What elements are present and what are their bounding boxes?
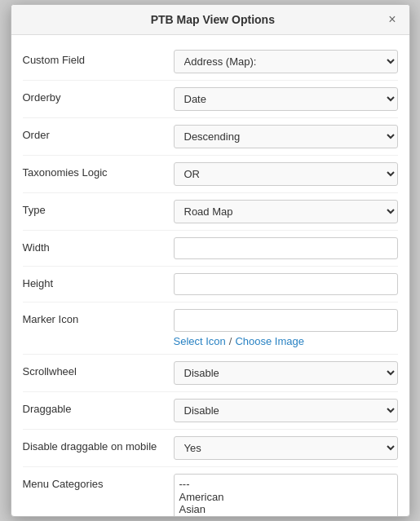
scrollwheel-row: Scrollwheel Disable Enable: [23, 355, 398, 392]
marker-icon-label: Marker Icon: [23, 309, 174, 325]
menu-categories-label: Menu Categories: [23, 474, 174, 490]
marker-icon-control: Select Icon / Choose Image: [174, 309, 398, 347]
custom-field-select[interactable]: Address (Map):: [174, 50, 398, 73]
custom-field-label: Custom Field: [23, 50, 174, 66]
order-select[interactable]: Descending Ascending: [174, 125, 398, 148]
draggable-control: Disable Enable: [174, 399, 398, 422]
orderby-select[interactable]: Date Title ID: [174, 87, 398, 111]
type-control: Road Map Satellite Hybrid Terrain: [174, 200, 398, 223]
orderby-label: Orderby: [23, 87, 174, 104]
scrollwheel-control: Disable Enable: [174, 361, 398, 385]
height-control: 350px: [174, 273, 398, 295]
draggable-row: Draggable Disable Enable: [23, 392, 398, 430]
draggable-select[interactable]: Disable Enable: [174, 399, 398, 422]
menu-categories-row: Menu Categories --- American Asian Frenc…: [23, 467, 398, 516]
marker-icon-row: Marker Icon Select Icon / Choose Image: [23, 302, 398, 355]
marker-icon-input[interactable]: [174, 309, 398, 332]
taxonomies-logic-row: Taxonomies Logic OR AND: [23, 156, 398, 193]
height-label: Height: [23, 273, 174, 289]
disable-draggable-mobile-row: Disable draggable on mobile Yes No: [23, 430, 398, 467]
type-select[interactable]: Road Map Satellite Hybrid Terrain: [174, 200, 398, 223]
height-row: Height 350px: [23, 267, 398, 302]
choose-image-link[interactable]: Choose Image: [235, 335, 304, 347]
dialog-container: PTB Map View Options × Custom Field Addr…: [11, 4, 410, 517]
custom-field-row: Custom Field Address (Map):: [23, 43, 398, 81]
disable-draggable-mobile-select[interactable]: Yes No: [174, 436, 398, 460]
dialog-header: PTB Map View Options ×: [11, 5, 409, 35]
disable-draggable-mobile-label: Disable draggable on mobile: [23, 436, 174, 453]
width-input[interactable]: 100%: [174, 237, 398, 259]
width-row: Width 100%: [23, 231, 398, 267]
select-icon-link[interactable]: Select Icon: [174, 335, 226, 347]
icon-link-separator: /: [229, 335, 232, 347]
order-label: Order: [23, 125, 174, 141]
taxonomies-logic-control: OR AND: [174, 162, 398, 186]
custom-field-control: Address (Map):: [174, 50, 398, 73]
menu-categories-control: --- American Asian French: [174, 474, 398, 516]
orderby-row: Orderby Date Title ID: [23, 81, 398, 118]
disable-draggable-mobile-control: Yes No: [174, 436, 398, 460]
type-label: Type: [23, 200, 174, 216]
scrollwheel-label: Scrollwheel: [23, 361, 174, 378]
order-control: Descending Ascending: [174, 125, 398, 148]
scrollwheel-select[interactable]: Disable Enable: [174, 361, 398, 385]
dialog-title: PTB Map View Options: [39, 13, 387, 26]
icon-links: Select Icon / Choose Image: [174, 335, 398, 347]
menu-categories-select[interactable]: --- American Asian French: [174, 474, 398, 516]
width-label: Width: [23, 237, 174, 254]
width-control: 100%: [174, 237, 398, 259]
taxonomies-logic-label: Taxonomies Logic: [23, 162, 174, 179]
orderby-control: Date Title ID: [174, 87, 398, 111]
dialog-body: Custom Field Address (Map): Orderby Date…: [11, 35, 409, 516]
close-button[interactable]: ×: [387, 13, 397, 26]
height-input[interactable]: 350px: [174, 273, 398, 295]
type-row: Type Road Map Satellite Hybrid Terrain: [23, 193, 398, 231]
draggable-label: Draggable: [23, 399, 174, 415]
taxonomies-logic-select[interactable]: OR AND: [174, 162, 398, 186]
order-row: Order Descending Ascending: [23, 118, 398, 156]
